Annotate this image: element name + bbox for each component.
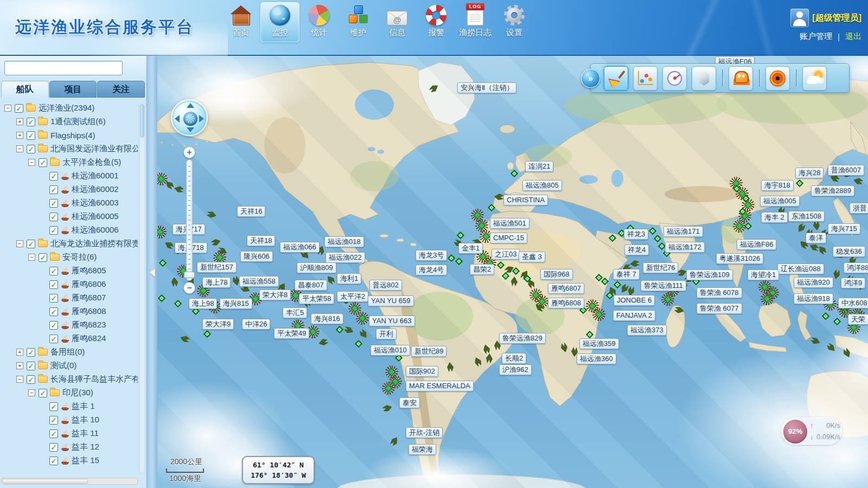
tool-ring-button[interactable]	[765, 66, 790, 91]
checkbox[interactable]: ✓	[49, 294, 58, 303]
tree-node[interactable]: ✓桂远渔60003	[0, 196, 138, 210]
checkbox[interactable]: ✓	[49, 199, 58, 208]
vessel-label[interactable]: JONOBE 6	[614, 295, 655, 306]
vessel-label[interactable]: 隆兴606	[240, 251, 273, 262]
vessel-label[interactable]: 鲁荣渔 6078	[697, 287, 742, 298]
vessel-label[interactable]: 福远渔171	[663, 226, 703, 237]
map[interactable]: 安兴海Ⅱ（注销）福远渔F06天祥16海兴717海兴718天祥18隆兴606福远渔…	[157, 56, 868, 488]
expander-toggle[interactable]: −	[4, 105, 11, 112]
vessel-label[interactable]: 泰安	[399, 397, 420, 408]
tree-node[interactable]: ✓雁鸣6807	[0, 291, 138, 305]
checkbox[interactable]: ✓	[39, 158, 47, 167]
expander-toggle[interactable]: +	[16, 118, 23, 125]
tool-shield-button[interactable]	[692, 66, 716, 91]
vessel-label[interactable]: 福远渔360	[577, 354, 616, 364]
vessel-label[interactable]: 鲁荣远渔109	[686, 269, 733, 280]
vessel-label[interactable]: 荣大洋9	[202, 319, 234, 330]
vessel-label[interactable]: FANJAVA 2	[613, 310, 655, 321]
pan-down-icon[interactable]	[187, 127, 194, 132]
tree-horizontal-scrollbar[interactable]	[1, 478, 138, 485]
vessel-label[interactable]: 福远渔920	[794, 277, 833, 288]
tree-vertical-scrollbar[interactable]	[139, 102, 145, 473]
vessel-label[interactable]: 新世纪157	[197, 262, 237, 273]
vessel-label[interactable]: 海上98	[189, 298, 217, 309]
vessel-label[interactable]: 稳发636	[833, 246, 865, 257]
tree-node[interactable]: ✓桂远渔60006	[0, 223, 138, 237]
vessel-label[interactable]: 雁鸣6808	[548, 298, 584, 309]
vessel-label[interactable]: 泰祥 7	[613, 269, 640, 280]
search-input[interactable]	[4, 61, 123, 75]
vessel-label[interactable]: 沪顺渔809	[297, 262, 336, 273]
checkbox[interactable]: ✓	[49, 172, 58, 181]
vessel-label[interactable]: CHRISTINA	[503, 195, 548, 206]
vessel-label[interactable]: 昌荣2	[470, 264, 494, 275]
vessel-label[interactable]: 平太荣49	[274, 328, 309, 339]
vessel-label[interactable]: 福远渔066	[280, 242, 320, 253]
vessel-label[interactable]: 海丰 2	[761, 212, 788, 223]
checkbox[interactable]: ✓	[49, 457, 58, 465]
zoom-slider-track[interactable]	[186, 159, 193, 281]
nav-item-home[interactable]: 首页	[221, 2, 260, 42]
tree-node[interactable]: ✓雁鸣6806	[0, 278, 138, 291]
vessel-label[interactable]: 海利1	[337, 273, 361, 284]
tree-node[interactable]: ✓桂远渔60002	[0, 183, 138, 196]
vessel-label[interactable]: 福远渔010	[371, 345, 410, 356]
vessel-marker[interactable]	[382, 382, 395, 395]
vessel-label[interactable]: 鸿洋88	[844, 262, 868, 273]
tree-node[interactable]: ✓益丰 12	[0, 440, 138, 454]
tree-node[interactable]: −✓北海国发远洋渔业有限公	[0, 142, 138, 156]
expander-toggle[interactable]: +	[16, 362, 23, 369]
tree-node[interactable]: ✓雁鸣6805	[0, 264, 138, 278]
tree-node[interactable]: −✓印尼(30)	[0, 386, 138, 400]
vessel-label[interactable]: 国际902	[406, 366, 438, 377]
nav-item-alarm[interactable]: 报警	[417, 2, 456, 42]
vessel-label[interactable]: 海宇818	[761, 180, 794, 191]
vessel-label[interactable]: 福远渔373	[627, 325, 667, 336]
tree-node[interactable]: +✓测试(0)	[0, 359, 138, 373]
checkbox[interactable]: ✓	[49, 335, 58, 343]
vessel-label[interactable]: 鲁荣渔2889	[811, 185, 854, 196]
vessel-label[interactable]: 天祥18	[247, 235, 275, 246]
tree-node[interactable]: ✓雁鸣6808	[0, 305, 138, 318]
toolbar-collapse-button[interactable]: »	[581, 69, 600, 88]
vessel-label[interactable]: 中水608	[838, 298, 868, 309]
expander-toggle[interactable]: −	[16, 376, 23, 383]
vessel-label[interactable]: 鲁荣渔 6077	[697, 303, 742, 314]
tool-skull-button[interactable]	[729, 66, 753, 91]
vessel-label[interactable]: YAN YU 659	[368, 296, 414, 306]
nav-item-log[interactable]: 渔捞日志	[456, 2, 495, 42]
checkbox[interactable]: ✓	[49, 416, 58, 425]
vessel-label[interactable]: 连润21	[525, 161, 553, 172]
checkbox[interactable]: ✓	[27, 375, 35, 384]
expander-toggle[interactable]: −	[28, 159, 35, 166]
sidebar-collapse-icon[interactable]	[150, 268, 155, 277]
checkbox[interactable]: ✓	[15, 104, 23, 113]
checkbox[interactable]: ✓	[49, 321, 58, 330]
zoom-slider-handle[interactable]	[184, 272, 195, 278]
tree-node[interactable]: ✓桂远渔60001	[0, 169, 138, 183]
tree-node[interactable]: ✓益丰 15	[0, 454, 138, 467]
vessel-label[interactable]: 平太荣58	[299, 293, 334, 304]
vessel-label[interactable]: 海兴816	[311, 313, 343, 324]
checkbox[interactable]: ✓	[27, 145, 35, 153]
vessel-label[interactable]: 中洋26	[242, 319, 270, 330]
map-pan-control[interactable]	[171, 99, 208, 136]
tree-node[interactable]: +✓备用组(0)	[0, 345, 138, 359]
vessel-label[interactable]: 海兴28	[795, 168, 824, 178]
tool-broom-button[interactable]	[604, 66, 628, 91]
vessel-label[interactable]: 福远渔F86	[737, 239, 776, 250]
checkbox[interactable]: ✓	[49, 226, 58, 235]
checkbox[interactable]: ✓	[49, 213, 58, 221]
expander-toggle[interactable]: −	[16, 145, 23, 152]
logout-link[interactable]: 退出	[845, 31, 861, 42]
vessel-label[interactable]: 之江03	[492, 249, 520, 260]
vessel-label[interactable]: 开利	[376, 329, 397, 339]
vessel-marker[interactable]	[356, 312, 369, 325]
vessel-label[interactable]: 普渔6007	[828, 165, 864, 176]
tab-关注[interactable]: 关注	[97, 81, 145, 98]
vessel-label[interactable]: 福远渔022	[326, 252, 365, 263]
vessel-label[interactable]: 鲁荣远渔829	[499, 333, 546, 344]
tree-node[interactable]: −✓太平洋金枪鱼(5)	[0, 156, 138, 169]
vessel-label[interactable]: 粤遂溪31026	[716, 253, 763, 264]
vessel-label[interactable]: 福远渔805	[522, 180, 562, 191]
